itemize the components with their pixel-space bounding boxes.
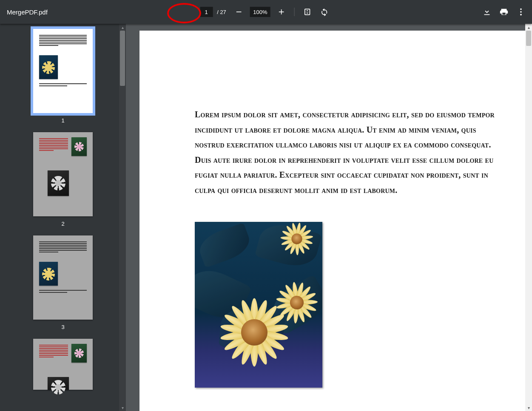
- viewer-scroll-down[interactable]: ▾: [525, 404, 532, 411]
- print-button[interactable]: [496, 4, 512, 20]
- zoom-in-icon: [277, 8, 286, 16]
- download-button[interactable]: [479, 4, 495, 20]
- page-image: [195, 222, 322, 388]
- thumbnail-2[interactable]: 2: [0, 132, 126, 227]
- thumbnail-3[interactable]: 3: [0, 235, 126, 330]
- rotate-button[interactable]: [317, 4, 332, 20]
- viewer-scrollbar[interactable]: ▴ ▾: [525, 24, 532, 411]
- zoom-out-button[interactable]: [231, 4, 247, 20]
- rotate-icon: [320, 8, 329, 16]
- pdf-toolbar: MergePDF.pdf / 27: [0, 0, 532, 24]
- svg-rect-3: [305, 9, 310, 14]
- page-number-input[interactable]: [200, 7, 213, 17]
- zoom-out-icon: [235, 8, 243, 16]
- svg-point-6: [520, 14, 522, 16]
- page-total-label: / 27: [217, 9, 226, 15]
- svg-point-5: [520, 11, 522, 13]
- thumbnail-1-label: 1: [61, 117, 64, 124]
- sidebar-scroll-up[interactable]: ▴: [119, 24, 126, 31]
- toolbar-divider: [294, 8, 295, 16]
- svg-point-4: [520, 9, 522, 10]
- thumbnail-sidebar: 1 2: [0, 24, 126, 411]
- thumbnail-3-label: 3: [61, 324, 64, 330]
- toolbar-right: [479, 4, 529, 20]
- zoom-in-button[interactable]: [274, 4, 289, 20]
- more-icon: [516, 7, 526, 17]
- document-viewer[interactable]: Lorem ipsum dolor sit amet, consectetur …: [126, 24, 532, 411]
- thumbnail-2-label: 2: [61, 221, 64, 227]
- fit-page-button[interactable]: [300, 4, 315, 20]
- file-title: MergePDF.pdf: [7, 9, 156, 16]
- zoom-input[interactable]: [250, 7, 270, 17]
- viewer-scroll-handle[interactable]: [526, 31, 531, 46]
- more-button[interactable]: [513, 4, 529, 20]
- sidebar-scroll-down[interactable]: ▾: [119, 404, 126, 411]
- fit-page-icon: [303, 8, 312, 16]
- thumbnail-1[interactable]: 1: [0, 29, 126, 124]
- svg-rect-0: [236, 11, 242, 12]
- sidebar-scrollbar[interactable]: ▴ ▾: [119, 24, 126, 411]
- viewer-scroll-up[interactable]: ▴: [525, 24, 532, 31]
- toolbar-center: / 27: [200, 4, 332, 20]
- print-icon: [499, 7, 509, 17]
- thumbnail-4[interactable]: [0, 339, 126, 390]
- svg-rect-2: [281, 9, 282, 14]
- download-icon: [482, 7, 492, 17]
- page-body-text: Lorem ipsum dolor sit amet, consectetur …: [195, 107, 501, 198]
- sidebar-scroll-handle[interactable]: [120, 31, 125, 86]
- page-1: Lorem ipsum dolor sit amet, consectetur …: [139, 31, 526, 411]
